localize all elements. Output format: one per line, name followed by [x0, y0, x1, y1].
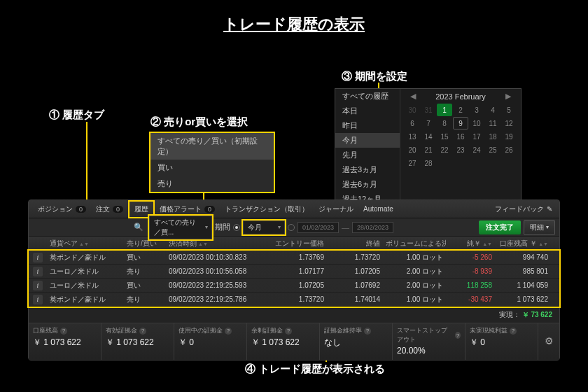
search-icon[interactable]: 🔍 — [134, 223, 146, 232]
side-option-all[interactable]: すべての売り／買い（初期設定） — [150, 133, 274, 160]
cell-side: 売り — [124, 295, 166, 304]
calendar-day[interactable]: 25 — [485, 144, 500, 156]
col-entry[interactable]: エントリー価格 — [271, 239, 327, 248]
date-from[interactable]: 01/02/2023 — [298, 222, 339, 233]
period-option[interactable]: 本日 — [335, 104, 400, 118]
feedback-link[interactable]: フィードバック✎ — [495, 204, 555, 214]
calendar-day[interactable]: 26 — [501, 144, 517, 156]
cell-net: 118 258 — [446, 281, 495, 289]
calendar-day[interactable]: 24 — [469, 144, 484, 156]
calendar-day[interactable]: 14 — [421, 130, 436, 143]
calendar-day[interactable]: 18 — [485, 130, 500, 143]
table-row[interactable]: i英ポンド／豪ドル買い09/02/2023 00:10:30.8231.7376… — [29, 251, 559, 265]
period-panel: すべての履歴本日昨日今月先月過去3ヵ月過去6ヵ月過去12ヶ月 ◀ 2023 Fe… — [335, 88, 522, 207]
side-option-buy[interactable]: 買い — [150, 160, 274, 176]
help-icon[interactable]: ? — [139, 328, 146, 335]
guide-line — [86, 122, 88, 203]
help-icon[interactable]: ? — [225, 328, 232, 335]
period-option[interactable]: 過去6ヵ月 — [335, 177, 400, 192]
cal-next-icon[interactable]: ▶ — [503, 92, 514, 101]
cell-entry: 1.73769 — [271, 253, 327, 261]
period-select[interactable]: 今月 — [243, 220, 285, 234]
calendar-day[interactable]: 16 — [453, 130, 468, 143]
calendar-day[interactable]: 11 — [485, 117, 500, 130]
calendar-day[interactable]: 17 — [469, 130, 484, 143]
cell-vol: 1.00 ロット — [383, 295, 446, 304]
col-close[interactable]: 終値 — [327, 239, 383, 248]
col-time[interactable]: 決済時刻▲▼ — [166, 239, 271, 248]
calendar-day[interactable]: 5 — [501, 104, 517, 116]
info-icon[interactable]: i — [33, 253, 43, 262]
period-option[interactable]: 今月 — [335, 133, 400, 148]
period-option[interactable]: すべての履歴 — [335, 89, 400, 104]
calendar-day[interactable]: 23 — [453, 144, 468, 156]
calendar-day[interactable]: 20 — [405, 144, 420, 156]
gear-icon[interactable]: ⚙ — [545, 335, 554, 346]
tab-automate[interactable]: Automate — [358, 200, 398, 218]
col-vol[interactable]: ボリュームによる決済 — [383, 239, 446, 248]
period-radio-range[interactable] — [288, 224, 295, 231]
col-side[interactable]: 売り/買い — [124, 239, 166, 248]
col-bal[interactable]: 口座残高 ￥▲▼ — [495, 239, 551, 248]
detail-button[interactable]: 明細▾ — [524, 220, 555, 235]
calendar-day[interactable]: 3 — [469, 104, 484, 116]
help-icon[interactable]: ? — [60, 328, 67, 335]
col-pair[interactable]: 通貨ペア▲▼ — [47, 239, 124, 248]
cell-time: 09/02/2023 00:10:56.058 — [166, 267, 271, 275]
period-radio-preset[interactable] — [233, 224, 240, 231]
tab-transactions[interactable]: トランザクション（取引） — [220, 200, 314, 218]
help-icon[interactable]: ? — [364, 328, 371, 335]
calendar-day[interactable]: 21 — [421, 144, 436, 156]
cal-prev-icon[interactable]: ◀ — [407, 92, 419, 101]
cell-entry: 1.07205 — [271, 281, 327, 289]
calendar-day[interactable]: 10 — [469, 117, 484, 130]
footer-cell: 未実現純利益?￥ 0 — [465, 323, 538, 360]
calendar-day[interactable]: 27 — [405, 157, 420, 169]
realized-row: 実現： ￥ 73 622 — [29, 307, 559, 323]
calendar-day[interactable]: 1 — [437, 104, 452, 116]
footer-cell: 余剰証拠金?￥ 1 073 622 — [247, 323, 320, 360]
calendar-day[interactable]: 19 — [501, 130, 517, 143]
period-option[interactable]: 先月 — [335, 148, 400, 162]
side-select[interactable]: すべての売り／買... — [149, 216, 212, 239]
table-row[interactable]: i英ポンド／豪ドル売り09/02/2023 22:19:25.7861.7372… — [29, 293, 559, 307]
calendar-day[interactable]: 9 — [453, 117, 468, 130]
calendar-day[interactable]: 7 — [421, 117, 436, 130]
calendar-day[interactable]: 12 — [501, 117, 517, 130]
cell-pair: ユーロ／米ドル — [47, 281, 124, 290]
help-icon[interactable]: ? — [510, 328, 517, 335]
help-icon[interactable]: ? — [285, 328, 292, 335]
period-label: 期間 — [215, 222, 230, 232]
table-row[interactable]: iユーロ／米ドル買い09/02/2023 22:19:25.5931.07205… — [29, 279, 559, 293]
col-net[interactable]: 純￥▲▼ — [446, 239, 495, 248]
side-option-sell[interactable]: 売り — [150, 176, 274, 192]
cell-entry: 1.07177 — [271, 267, 327, 275]
tab-orders[interactable]: 注文0 — [91, 200, 128, 218]
calendar-day[interactable]: 6 — [405, 117, 420, 130]
calendar-day[interactable]: 13 — [405, 130, 420, 143]
calendar-day[interactable]: 8 — [437, 117, 452, 130]
info-icon[interactable]: i — [33, 281, 43, 290]
info-icon[interactable]: i — [33, 267, 43, 276]
help-icon[interactable]: ? — [455, 332, 461, 339]
calendar-day[interactable]: 4 — [485, 104, 500, 116]
period-option[interactable]: 過去3ヵ月 — [335, 162, 400, 177]
orders-done-button[interactable]: 注文完了 — [479, 220, 521, 234]
guide-line — [378, 83, 379, 88]
period-option[interactable]: 昨日 — [335, 118, 400, 133]
calendar-day[interactable]: 15 — [437, 130, 452, 143]
tab-journal[interactable]: ジャーナル — [314, 200, 358, 218]
side-dropdown-expanded[interactable]: すべての売り／買い（初期設定） 買い 売り — [149, 132, 275, 193]
tab-positions[interactable]: ポジション0 — [33, 200, 91, 218]
info-icon[interactable]: i — [33, 295, 43, 304]
calendar-day[interactable]: 2 — [453, 104, 468, 116]
table-row[interactable]: iユーロ／米ドル売り09/02/2023 00:10:56.0581.07177… — [29, 265, 559, 279]
calendar-day[interactable]: 30 — [405, 104, 420, 116]
cell-vol: 2.00 ロット — [383, 281, 446, 290]
table-body: i英ポンド／豪ドル買い09/02/2023 00:10:30.8231.7376… — [29, 251, 559, 307]
date-to[interactable]: 28/02/2023 — [352, 222, 393, 233]
calendar-day[interactable]: 22 — [437, 144, 452, 156]
calendar-day[interactable]: 28 — [421, 157, 436, 169]
cell-bal: 1 104 059 — [495, 281, 551, 289]
calendar-day[interactable]: 31 — [421, 104, 436, 116]
